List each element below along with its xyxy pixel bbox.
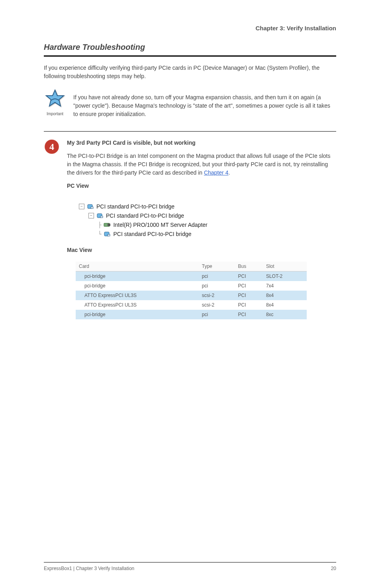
important-note: Important If you have not already done s… xyxy=(44,88,336,123)
table-cell: pci xyxy=(199,271,235,281)
device-manager-tree: − PCI standard PCI-to-PCI bridge − PCI s… xyxy=(68,202,336,239)
intro-paragraph: If you experience difficulty verifying t… xyxy=(44,64,336,81)
table-row[interactable]: pci-bridgepciPCISLOT-2 xyxy=(76,271,307,281)
system-profiler-table: Card Type Bus Slot pci-bridgepciPCISLOT-… xyxy=(68,262,336,319)
table-cell: PCI xyxy=(235,310,263,319)
table-cell: pci-bridge xyxy=(76,271,199,281)
table-cell: PCI xyxy=(235,281,263,291)
col-slot: Slot xyxy=(263,262,307,271)
table-row[interactable]: ATTO ExpressPCI UL3Sscsi-2PCI8x4 xyxy=(76,300,307,310)
table-cell: 8x4 xyxy=(263,300,307,310)
table-cell: PCI xyxy=(235,291,263,300)
col-type: Type xyxy=(199,262,235,271)
table-cell: PCI xyxy=(235,300,263,310)
col-card: Card xyxy=(76,262,199,271)
table-header-row: Card Type Bus Slot xyxy=(76,262,307,271)
network-adapter-icon xyxy=(104,221,111,228)
table-cell: scsi-2 xyxy=(199,291,235,300)
important-icon: Important xyxy=(44,88,66,117)
tree-node: Intel(R) PRO/1000 MT Server Adapter xyxy=(113,221,207,229)
table-cell: SLOT-2 xyxy=(263,271,307,281)
step-4: 4 My 3rd Party PCI Card is visible, but … xyxy=(44,139,336,195)
table-cell: pci-bridge xyxy=(76,281,199,291)
table-cell: ATTO ExpressPCI UL3S xyxy=(76,300,199,310)
bridge-icon xyxy=(87,203,94,210)
section-title: Hardware Troubleshooting xyxy=(44,41,336,53)
bridge-icon xyxy=(96,212,104,219)
table-row[interactable]: pci-bridgepciPCI7x4 xyxy=(76,281,307,291)
divider xyxy=(44,55,336,57)
step-4-icon: 4 xyxy=(44,139,60,155)
svg-rect-9 xyxy=(108,224,110,226)
note-text: If you have not already done so, turn of… xyxy=(73,93,336,118)
divider xyxy=(44,131,336,132)
bridge-icon xyxy=(104,230,111,238)
svg-marker-0 xyxy=(46,90,64,106)
footer-left: ExpressBox1 | Chapter 3 Verify Installat… xyxy=(44,565,134,572)
tree-node: PCI standard PCI-to-PCI bridge xyxy=(106,212,184,220)
tree-node: PCI standard PCI-to-PCI bridge xyxy=(113,230,191,238)
footer: ExpressBox1 | Chapter 3 Verify Installat… xyxy=(44,562,336,572)
table-cell: 8x4 xyxy=(263,291,307,300)
chapter-4-link[interactable]: Chapter 4 xyxy=(204,169,228,176)
svg-text:4: 4 xyxy=(49,142,54,152)
step-4-body: The PCI-to-PCI Bridge is an Intel compon… xyxy=(67,152,336,177)
table-cell: pci xyxy=(199,281,235,291)
important-label: Important xyxy=(44,111,66,117)
page: Chapter 3: Verify Installation Hardware … xyxy=(0,0,380,588)
tree-collapse-icon[interactable]: − xyxy=(88,213,94,218)
footer-right: 20 xyxy=(331,565,336,572)
mac-view-label: Mac View xyxy=(67,247,92,253)
table-row[interactable]: ATTO ExpressPCI UL3Sscsi-2PCI8x4 xyxy=(76,291,307,300)
svg-rect-5 xyxy=(91,207,93,208)
step-4-label: My 3rd Party PCI Card is visible, but no… xyxy=(67,140,196,146)
table-cell: PCI xyxy=(235,271,263,281)
tree-node: PCI standard PCI-to-PCI bridge xyxy=(96,203,174,211)
table-cell: 7x4 xyxy=(263,281,307,291)
step-4-text-1: The PCI-to-PCI Bridge is an Intel compon… xyxy=(67,153,330,176)
table-cell: scsi-2 xyxy=(199,300,235,310)
pc-view-label: PC View xyxy=(67,183,89,189)
table-cell: pci-bridge xyxy=(76,310,199,319)
svg-rect-7 xyxy=(100,216,103,218)
chapter-title: Chapter 3: Verify Installation xyxy=(44,24,336,33)
tree-collapse-icon[interactable]: − xyxy=(79,204,84,209)
table-cell: 8xc xyxy=(263,310,307,319)
table-cell: pci xyxy=(199,310,235,319)
svg-rect-11 xyxy=(108,234,110,236)
table-cell: ATTO ExpressPCI UL3S xyxy=(76,291,199,300)
step-4-text-2: . xyxy=(228,169,230,176)
col-bus: Bus xyxy=(235,262,263,271)
table-row[interactable]: pci-bridgepciPCI8xc xyxy=(76,310,307,319)
